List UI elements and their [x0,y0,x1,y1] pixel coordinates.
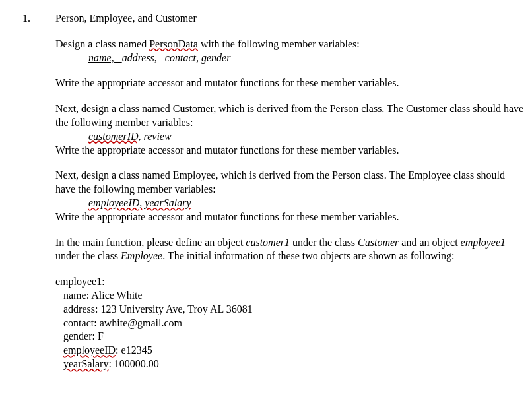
employeeid-label: employeeID [63,344,116,356]
employee1-contact: contact: awhite@gmail.com [63,317,525,330]
employee1-address: address: 123 University Ave, Troy AL 360… [63,303,525,317]
employee1-id: employeeID: e12345 [63,344,525,357]
employee1-block: employee1: name: Alice White address: 12… [55,275,525,371]
var-yearsalary: yearSalary [145,197,191,208]
list-number: 1. [22,12,30,26]
obj-employee1: employee1 [461,237,506,248]
underline-space [114,52,122,63]
paragraph-design-customer: Next, design a class named Customer, whi… [55,102,525,130]
document-page: 1. Person, Employee, and Customer Design… [0,0,532,403]
text: . The initial information of these two o… [162,250,454,261]
paragraph-main-function: In the main function, please define an o… [55,236,525,264]
employee1-gender: gender: F [63,330,525,344]
text: with the following member variables: [198,38,360,49]
customer-vars: customerID, review [88,130,525,144]
text: and an object [399,237,460,248]
paragraph-accessor-3: Write the appropriate accessor and mutat… [55,210,525,224]
text: under the class [55,250,121,261]
obj-customer1: customer1 [246,237,290,248]
var-review: review [141,131,172,142]
employeeid-value: : e12345 [116,344,152,356]
employee1-salary: yearSalary: 100000.00 [63,357,525,371]
class-name-persondata: PersonData [149,38,198,49]
document-body: Person, Employee, and Customer Design a … [55,12,525,371]
text: Design a class named [55,38,149,49]
section-title: Person, Employee, and Customer [55,12,525,26]
employee1-header: employee1: [55,275,525,289]
employee-vars: employeeID, yearSalary [88,197,525,210]
text: In the main function, please define an o… [55,237,246,248]
var-name: name, [88,52,114,63]
yearsalary-value: : 100000.00 [108,358,158,369]
var-customerid: customerID, [88,131,141,142]
paragraph-design-employee: Next, design a class named Employee, whi… [55,169,525,197]
class-employee: Employee [121,250,162,261]
var-rest: address, contact, gender [122,52,231,63]
employee1-name: name: Alice White [63,289,525,303]
class-customer: Customer [358,237,399,248]
persondata-vars: name, address, contact, gender [88,51,525,65]
paragraph-accessor-1: Write the appropriate accessor and mutat… [55,77,525,90]
paragraph-design-persondata: Design a class named PersonData with the… [55,38,525,51]
paragraph-accessor-2: Write the appropriate accessor and mutat… [55,144,525,158]
text: under the class [290,237,358,248]
var-employeeid: employeeID, [88,197,142,208]
yearsalary-label: yearSalary [63,358,108,369]
